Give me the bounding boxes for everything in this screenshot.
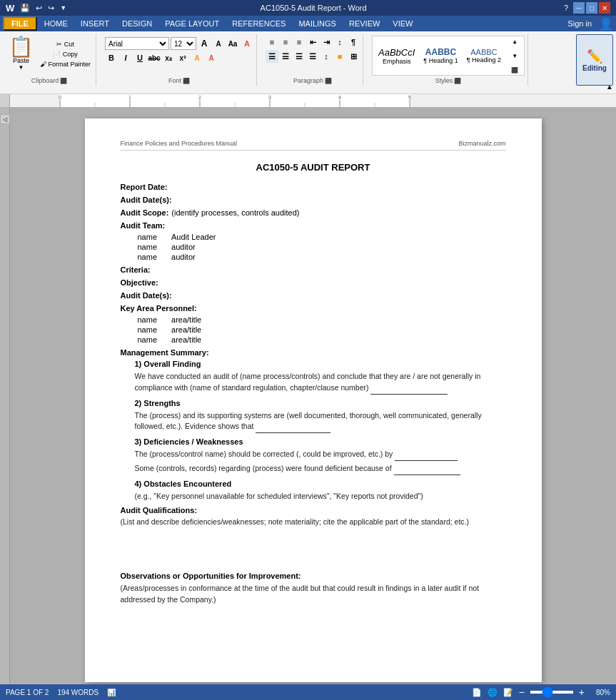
superscript-button[interactable]: x² bbox=[176, 51, 189, 64]
format-painter-button[interactable]: 🖌 Format Painter bbox=[38, 60, 93, 69]
borders-btn[interactable]: ⊞ bbox=[347, 50, 360, 63]
styles-scroll-up[interactable]: ▲ bbox=[508, 35, 521, 48]
styles-scroll-down[interactable]: ▼ bbox=[508, 49, 521, 62]
section-2-blank[interactable] bbox=[256, 421, 330, 433]
underline-button[interactable]: U bbox=[133, 51, 146, 64]
strikethrough-button[interactable]: abc bbox=[148, 51, 161, 64]
decrease-indent-btn[interactable]: ⇤ bbox=[306, 36, 319, 49]
page-layout-menu[interactable]: PAGE LAYOUT bbox=[159, 18, 225, 29]
font-family-select[interactable]: Arial bbox=[105, 37, 169, 50]
view-print-btn[interactable]: 📄 bbox=[472, 688, 482, 697]
left-ruler-toggle[interactable]: ◁ bbox=[0, 114, 10, 124]
audit-scope-value[interactable]: (identify processes, controls audited) bbox=[171, 208, 299, 217]
key-person-3-role[interactable]: area/title bbox=[171, 335, 201, 344]
shading-btn[interactable]: ■ bbox=[333, 50, 346, 63]
mailings-menu[interactable]: MAILINGS bbox=[293, 18, 342, 29]
design-menu[interactable]: DESIGN bbox=[116, 18, 158, 29]
team-member-1-name[interactable]: name bbox=[138, 233, 158, 241]
sign-in-button[interactable]: Sign in bbox=[562, 19, 597, 28]
quick-access-save[interactable]: 💾 bbox=[20, 4, 30, 13]
key-person-1-role[interactable]: area/title bbox=[171, 315, 201, 324]
section-3-blank1[interactable] bbox=[395, 449, 458, 461]
section-1-blank[interactable] bbox=[370, 382, 448, 395]
section-3-text1[interactable]: The (process/control name) should be cor… bbox=[135, 449, 506, 461]
multilevel-btn[interactable]: ≡ bbox=[293, 36, 306, 49]
styles-expand[interactable]: ⬛ bbox=[508, 64, 521, 76]
increase-font-size-btn[interactable]: A bbox=[198, 37, 211, 50]
justify-btn[interactable]: ☰ bbox=[306, 50, 319, 63]
clear-format-btn[interactable]: A bbox=[241, 37, 253, 50]
align-left-btn[interactable]: ☰ bbox=[266, 50, 278, 63]
style-emphasis[interactable]: AaBbCcI Emphasis bbox=[375, 46, 418, 66]
key-person-2-role[interactable]: area/title bbox=[171, 325, 201, 334]
subscript-button[interactable]: x₂ bbox=[162, 51, 175, 64]
team-member-3-name[interactable]: name bbox=[138, 253, 158, 261]
ribbon-collapse-btn[interactable]: ▲ bbox=[606, 83, 613, 91]
view-outline-btn[interactable]: 📝 bbox=[503, 688, 513, 697]
increase-indent-btn[interactable]: ⇥ bbox=[320, 36, 333, 49]
audit-qualifications-text[interactable]: (List and describe deficiencies/weakness… bbox=[121, 517, 506, 526]
insert-menu[interactable]: INSERT bbox=[75, 18, 115, 29]
clipboard-expand-icon[interactable]: ⬛ bbox=[60, 78, 67, 84]
bullets-btn[interactable]: ≡ bbox=[266, 36, 278, 49]
align-center-btn[interactable]: ☰ bbox=[279, 50, 292, 63]
quick-access-undo[interactable]: ↩ bbox=[36, 4, 42, 13]
clipboard-label: Clipboard bbox=[31, 77, 59, 84]
zoom-out-btn[interactable]: − bbox=[519, 686, 525, 698]
view-menu[interactable]: VIEW bbox=[387, 18, 418, 29]
numbering-btn[interactable]: ≡ bbox=[279, 36, 292, 49]
observations-text[interactable]: (Areas/processes in conformance at the t… bbox=[121, 583, 506, 606]
styles-label: Styles bbox=[435, 77, 453, 84]
restore-btn[interactable]: □ bbox=[586, 2, 597, 14]
sort-btn[interactable]: ↕ bbox=[333, 36, 346, 49]
zoom-slider[interactable] bbox=[530, 691, 573, 694]
key-person-1-name[interactable]: name bbox=[138, 315, 158, 324]
team-member-3-role[interactable]: auditor bbox=[171, 253, 196, 261]
style-heading2[interactable]: AABBC ¶ Heading 2 bbox=[464, 46, 504, 65]
cut-button[interactable]: ✂ Cut bbox=[38, 40, 93, 49]
minimize-btn[interactable]: ─ bbox=[573, 2, 585, 14]
paragraph-expand-icon[interactable]: ⬛ bbox=[325, 78, 332, 84]
view-web-btn[interactable]: 🌐 bbox=[488, 688, 498, 697]
references-menu[interactable]: REFERENCES bbox=[226, 18, 291, 29]
team-member-2-name[interactable]: name bbox=[138, 243, 158, 251]
section-4-text[interactable]: (e.g., "Key personnel unavailable for sc… bbox=[135, 491, 506, 502]
zoom-level[interactable]: 80% bbox=[590, 689, 610, 696]
team-member-1-role[interactable]: Audit Leader bbox=[171, 233, 216, 241]
user-icon[interactable]: 👤 bbox=[599, 17, 613, 31]
section-1-text[interactable]: We have conducted an audit of (name proc… bbox=[135, 371, 506, 395]
key-person-2-name[interactable]: name bbox=[138, 325, 158, 334]
help-btn[interactable]: ? bbox=[560, 2, 572, 14]
section-2-text[interactable]: The (process) and its supporting systems… bbox=[135, 410, 506, 434]
zoom-in-btn[interactable]: + bbox=[579, 686, 585, 698]
align-right-btn[interactable]: ☰ bbox=[293, 50, 306, 63]
highlight-button[interactable]: A bbox=[191, 51, 203, 64]
review-menu[interactable]: REVIEW bbox=[343, 18, 385, 29]
decrease-font-size-btn[interactable]: A bbox=[212, 37, 225, 50]
word-count-icon[interactable]: 📊 bbox=[107, 689, 116, 696]
font-color-button[interactable]: A bbox=[205, 51, 218, 64]
font-size-select[interactable]: 12 bbox=[171, 37, 196, 50]
home-menu[interactable]: HOME bbox=[39, 18, 74, 29]
line-spacing-btn[interactable]: ↕ bbox=[320, 50, 333, 63]
copy-button[interactable]: 📄 Copy bbox=[38, 50, 93, 59]
paste-button[interactable]: 📋 Paste ▼ bbox=[6, 36, 36, 72]
document-area[interactable]: Finance Policies and Procedures Manual B… bbox=[10, 107, 616, 686]
section-3-blank2[interactable] bbox=[394, 463, 460, 475]
italic-button[interactable]: I bbox=[119, 51, 132, 64]
change-case-btn[interactable]: Aa bbox=[226, 37, 239, 50]
bold-button[interactable]: B bbox=[105, 51, 118, 64]
team-member-2-role[interactable]: auditor bbox=[171, 243, 196, 251]
style-heading1[interactable]: AABBC ¶ Heading 1 bbox=[420, 46, 460, 66]
quick-access-redo[interactable]: ↪ bbox=[48, 4, 54, 13]
show-hide-btn[interactable]: ¶ bbox=[347, 36, 360, 49]
file-menu[interactable]: FILE bbox=[3, 16, 37, 31]
close-btn[interactable]: ✕ bbox=[599, 2, 610, 14]
font-expand-icon[interactable]: ⬛ bbox=[183, 78, 190, 84]
section-3-text2[interactable]: Some (controls, records) regarding (proc… bbox=[135, 463, 506, 475]
quick-access-customize[interactable]: ▼ bbox=[60, 4, 66, 11]
styles-expand-icon[interactable]: ⬛ bbox=[454, 78, 461, 84]
editing-panel[interactable]: ✏️ Editing bbox=[576, 34, 613, 86]
key-person-3-name[interactable]: name bbox=[138, 335, 158, 344]
document-title[interactable]: AC1050-5 AUDIT REPORT bbox=[121, 162, 506, 173]
